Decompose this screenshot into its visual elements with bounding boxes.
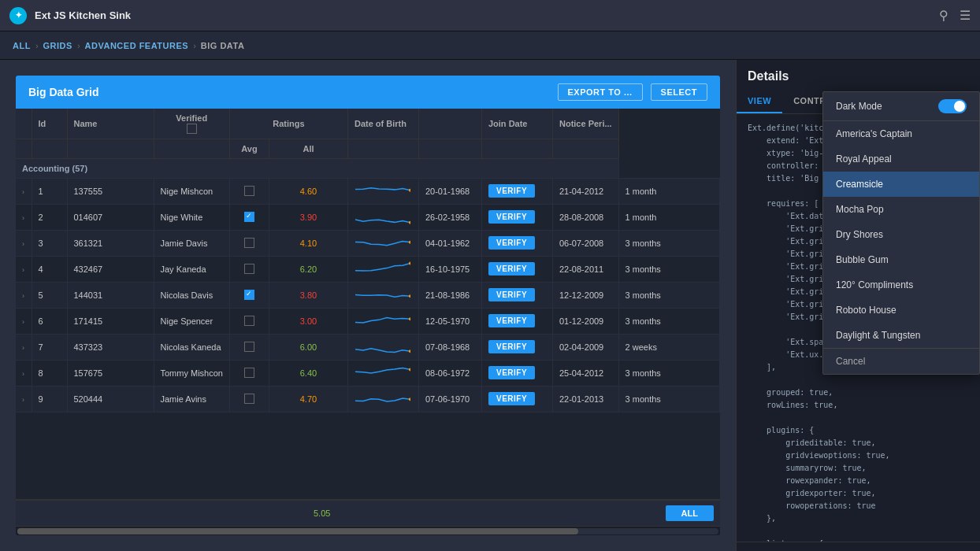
theme-royal-appeal[interactable]: Royal Appeal [823,146,979,172]
row-verify-btn-cell: VERIFY [481,334,552,360]
verified-checkbox[interactable] [244,264,254,274]
verified-checkbox[interactable] [244,238,254,248]
expand-cell[interactable]: › [16,204,32,230]
data-table: Id Name Verified Ratings Date of Birth J… [16,109,720,412]
row-id: 137555 [67,178,154,204]
row-dob: 21-08-1986 [418,282,481,308]
row-joindate: 06-07-2008 [552,230,618,256]
row-verify-btn-cell: VERIFY [481,178,552,204]
row-sparkline [347,230,418,256]
expand-icon: › [22,214,24,222]
verified-checkbox[interactable] [244,212,254,222]
breadcrumb-grids[interactable]: GRIDS [43,41,72,50]
col-all-header: All [269,139,347,158]
theme-dry-shores[interactable]: Dry Shores [823,222,979,247]
theme-cancel[interactable]: Cancel [823,348,979,374]
theme-label-2: Creamsicle [836,179,883,190]
theme-label-7: Roboto House [836,305,896,316]
row-verify-btn-cell: VERIFY [481,282,552,308]
col-avg-header: Avg [229,139,269,158]
verified-checkbox[interactable] [244,342,254,352]
theme-120-compliments[interactable]: 120° Compliments [823,272,979,298]
svg-point-8 [409,398,410,401]
row-joindate: 21-04-2012 [552,178,618,204]
expand-cell[interactable]: › [16,334,32,360]
verify-button[interactable]: VERIFY [488,184,535,198]
theme-bubble-gum[interactable]: Bubble Gum [823,247,979,272]
verify-button[interactable]: VERIFY [488,366,535,379]
right-panel-scrollbar[interactable] [737,542,980,551]
col-verified-sub [154,139,229,158]
verified-checkbox[interactable] [244,316,254,326]
row-verified[interactable] [229,334,269,360]
table-row: › 2 014607 Nige White 3.90 26-02-1958 VE… [16,204,720,230]
row-dob: 07-06-1970 [418,386,481,412]
select-button[interactable]: SELECT [651,83,707,101]
expand-icon: › [22,396,24,404]
theme-mocha-pop[interactable]: Mocha Pop [823,197,979,222]
row-verified[interactable] [229,178,269,204]
row-verified[interactable] [229,230,269,256]
col-notice-header: Notice Peri... [552,109,618,139]
table-row: › 6 171415 Nige Spencer 3.00 12-05-1970 … [16,308,720,334]
verify-button[interactable]: VERIFY [488,340,535,353]
summary-all-button[interactable]: ALL [666,505,714,521]
row-verified[interactable] [229,256,269,282]
svg-point-3 [409,261,410,264]
row-dob: 08-06-1972 [418,360,481,386]
verify-button[interactable]: VERIFY [488,236,535,250]
row-verified[interactable] [229,360,269,386]
row-verified[interactable] [229,386,269,412]
export-button[interactable]: EXPORT TO ... [558,83,643,101]
app-logo: ✦ [9,7,27,24]
dark-mode-toggle[interactable] [938,99,967,113]
breadcrumb-all[interactable]: ALL [13,41,31,50]
col-dob-header: Date of Birth [347,109,418,139]
breadcrumb-advanced[interactable]: ADVANCED FEATURES [85,41,189,50]
theme-daylight-tungsten[interactable]: Daylight & Tungsten [823,323,979,348]
col-name-sub [67,139,154,158]
verify-button[interactable]: VERIFY [488,210,535,224]
menu-icon[interactable]: ☰ [960,8,971,23]
expand-cell[interactable]: › [16,308,32,334]
verify-button[interactable]: VERIFY [488,262,535,276]
col-verified-header: Verified [154,109,229,139]
verified-checkbox[interactable] [244,394,254,404]
expand-cell[interactable]: › [16,360,32,386]
theme-creamsicle[interactable]: Creamsicle [823,172,979,197]
dark-mode-item[interactable]: Dark Mode [823,92,979,121]
expand-icon: › [22,266,24,274]
verify-button[interactable]: VERIFY [488,314,535,327]
row-verified[interactable] [229,282,269,308]
row-joindate: 25-04-2012 [552,360,618,386]
grid-title: Big Data Grid [28,86,98,98]
help-icon[interactable]: ⚲ [939,8,948,23]
verified-checkbox[interactable] [244,368,254,378]
row-verified[interactable] [229,308,269,334]
row-verify-btn-cell: VERIFY [481,308,552,334]
verified-header-checkbox[interactable] [187,124,197,134]
tab-view[interactable]: VIEW [737,90,782,113]
theme-roboto-house[interactable]: Roboto House [823,298,979,323]
row-verify-btn-cell: VERIFY [481,360,552,386]
expand-cell[interactable]: › [16,178,32,204]
expand-cell[interactable]: › [16,282,32,308]
table-container[interactable]: Id Name Verified Ratings Date of Birth J… [16,109,720,499]
h-scrollbar[interactable] [16,526,720,535]
verify-button[interactable]: VERIFY [488,392,535,405]
expand-cell[interactable]: › [16,386,32,412]
col-verify-sub [418,139,481,158]
theme-americas-captain[interactable]: America's Captain [823,121,979,146]
row-joindate: 28-08-2008 [552,204,618,230]
row-verified[interactable] [229,204,269,230]
row-id: 520444 [67,386,154,412]
expand-cell[interactable]: › [16,230,32,256]
row-avg: 6.20 [269,256,347,282]
row-name: Nicolas Davis [154,282,229,308]
row-sparkline [347,334,418,360]
expand-cell[interactable]: › [16,256,32,282]
verified-checkbox[interactable] [244,290,254,300]
verified-checkbox[interactable] [244,186,254,196]
verify-button[interactable]: VERIFY [488,288,535,301]
row-id: 014607 [67,204,154,230]
